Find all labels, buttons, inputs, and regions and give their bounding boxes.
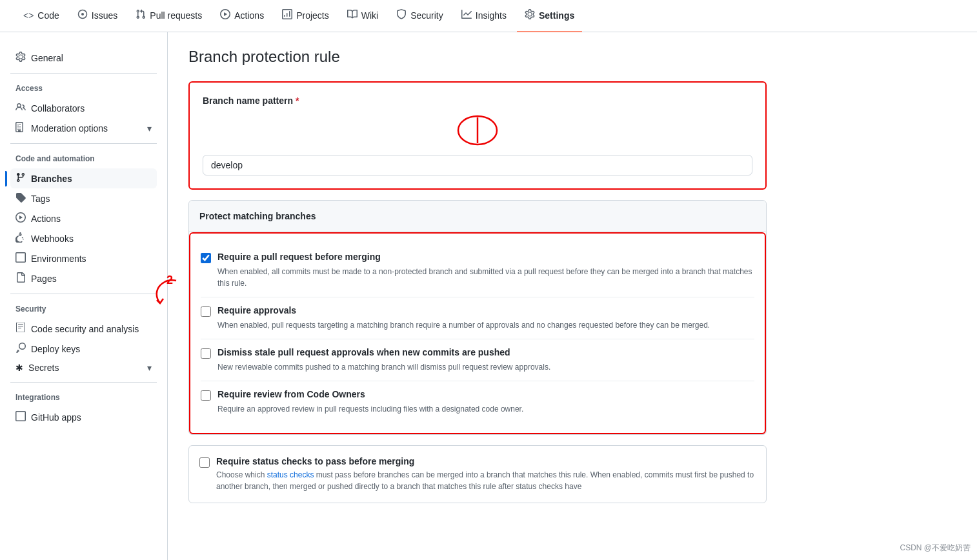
- branch-name-input[interactable]: [203, 155, 752, 175]
- settings-icon: [525, 9, 535, 21]
- sidebar-item-branches[interactable]: Branches: [10, 168, 157, 188]
- nav-pull-requests[interactable]: Pull requests: [128, 0, 210, 32]
- pages-icon: [15, 272, 26, 285]
- sidebar-divider-3: [10, 294, 157, 294]
- sidebar-divider-2: [10, 143, 157, 144]
- github-apps-icon: [15, 411, 26, 423]
- branches-icon: [15, 172, 26, 185]
- nav-projects[interactable]: Projects: [274, 0, 337, 32]
- sidebar-section-integrations: Integrations: [10, 393, 157, 402]
- moderation-chevron-icon: ▾: [147, 123, 152, 134]
- sidebar-item-tags[interactable]: Tags: [10, 188, 157, 208]
- sidebar-item-environments[interactable]: Environments: [10, 248, 157, 268]
- top-navigation: <> Code Issues Pull requests Actions Pro…: [0, 0, 977, 32]
- pr-icon: [136, 9, 146, 21]
- page-title: Branch protection rule: [188, 48, 767, 66]
- issues-icon: [77, 9, 88, 21]
- sidebar-divider-4: [10, 382, 157, 383]
- sidebar-item-moderation[interactable]: Moderation options ▾: [10, 118, 157, 138]
- nav-insights[interactable]: Insights: [454, 0, 514, 32]
- sidebar-item-github-apps[interactable]: GitHub apps: [10, 407, 157, 427]
- sidebar-item-code-security[interactable]: Code security and analysis: [10, 319, 157, 339]
- webhooks-icon: [15, 232, 26, 245]
- required-indicator: *: [296, 95, 299, 106]
- protect-matching-section: Protect matching branches 2: [188, 200, 767, 435]
- watermark: CSDN @不爱吃奶苦: [900, 543, 971, 554]
- security-nav-icon: [396, 9, 407, 21]
- deploy-keys-icon: [15, 343, 26, 355]
- nav-settings[interactable]: Settings: [517, 0, 582, 32]
- sidebar-item-deploy-keys[interactable]: Deploy keys: [10, 339, 157, 359]
- svg-text:2: 2: [166, 274, 173, 286]
- secrets-chevron-icon: ▾: [147, 363, 152, 373]
- status-checks-link[interactable]: status checks: [267, 470, 314, 479]
- collaborators-icon: [15, 102, 26, 114]
- sidebar-item-actions[interactable]: Actions: [10, 208, 157, 228]
- protect-header: Protect matching branches: [189, 201, 766, 232]
- nav-security[interactable]: Security: [388, 0, 451, 32]
- sidebar-section-security: Security: [10, 305, 157, 314]
- require-approvals-checkbox[interactable]: [201, 306, 211, 317]
- environments-icon: [15, 252, 26, 265]
- tags-icon: [15, 192, 26, 205]
- insights-icon: [461, 9, 472, 21]
- status-checks-label: Require status checks to pass before mer…: [216, 456, 414, 466]
- code-icon: <>: [23, 10, 34, 21]
- option-code-owners: Require review from Code Owners Require …: [201, 381, 754, 423]
- svg-point-1: [81, 13, 84, 15]
- option-dismiss-stale: Dismiss stale pull request approvals whe…: [201, 339, 754, 381]
- nav-issues[interactable]: Issues: [70, 0, 125, 32]
- annotation-arrow-2: 2: [144, 271, 183, 310]
- dismiss-stale-desc: New reviewable commits pushed to a match…: [201, 361, 754, 373]
- require-pr-desc: When enabled, all commits must be made t…: [201, 266, 754, 289]
- dismiss-stale-checkbox[interactable]: [201, 348, 211, 359]
- option-require-approvals: Require approvals When enabled, pull req…: [201, 297, 754, 339]
- projects-icon: [282, 9, 292, 21]
- status-checks-desc: Choose which status checks must pass bef…: [216, 469, 756, 492]
- sidebar: General Access Collaborators Moderation …: [0, 32, 168, 560]
- sidebar-item-secrets[interactable]: ✱ Secrets ▾: [10, 359, 157, 377]
- status-checks-option: Require status checks to pass before mer…: [199, 456, 756, 492]
- main-content: Branch protection rule Branch name patte…: [168, 32, 787, 560]
- nav-code[interactable]: <> Code: [15, 0, 67, 32]
- moderation-icon: [15, 122, 26, 134]
- require-approvals-desc: When enabled, pull requests targeting a …: [201, 319, 754, 331]
- code-owners-checkbox[interactable]: [201, 390, 211, 401]
- gear-icon: [15, 52, 26, 64]
- require-pr-label: Require a pull request before merging: [217, 252, 381, 262]
- require-approvals-label: Require approvals: [217, 305, 296, 315]
- sidebar-item-collaborators[interactable]: Collaborators: [10, 98, 157, 118]
- status-checks-checkbox[interactable]: [199, 457, 210, 468]
- code-security-icon: [15, 323, 26, 335]
- code-owners-desc: Require an approved review in pull reque…: [201, 403, 754, 415]
- sidebar-section-code: Code and automation: [10, 154, 157, 163]
- actions-icon: [220, 9, 230, 21]
- sidebar-section-access: Access: [10, 84, 157, 93]
- wiki-icon: [347, 9, 358, 21]
- sidebar-item-general[interactable]: General: [10, 48, 157, 68]
- sidebar-divider: [10, 73, 157, 74]
- nav-wiki[interactable]: Wiki: [339, 0, 386, 32]
- option-require-pr: Require a pull request before merging Wh…: [201, 244, 754, 297]
- page-layout: General Access Collaborators Moderation …: [0, 32, 977, 560]
- secrets-icon: ✱: [15, 363, 23, 373]
- status-checks-section: Require status checks to pass before mer…: [188, 445, 767, 503]
- sidebar-item-pages[interactable]: Pages: [10, 268, 157, 288]
- actions-sidebar-icon: [15, 212, 26, 225]
- options-section: Require a pull request before merging Wh…: [189, 232, 766, 434]
- code-owners-label: Require review from Code Owners: [217, 389, 365, 399]
- nav-actions[interactable]: Actions: [212, 0, 272, 32]
- require-pr-checkbox[interactable]: [201, 253, 211, 263]
- branch-pattern-label: Branch name pattern *: [203, 95, 752, 106]
- branch-pattern-section: Branch name pattern *: [188, 81, 767, 190]
- annotation-circle-1: [452, 111, 503, 150]
- dismiss-stale-label: Dismiss stale pull request approvals whe…: [217, 347, 510, 357]
- sidebar-item-webhooks[interactable]: Webhooks: [10, 228, 157, 248]
